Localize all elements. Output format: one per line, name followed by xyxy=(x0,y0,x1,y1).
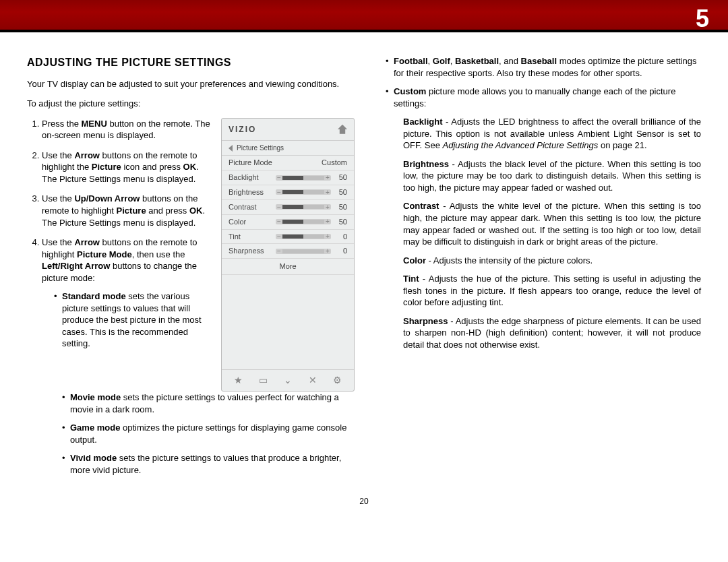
mode-sublist-bottom: Movie mode sets the picture settings to … xyxy=(27,392,355,476)
osd-panel: VIZIO Picture Settings Picture ModeCusto… xyxy=(221,118,355,392)
intro-text: Your TV display can be adjusted to suit … xyxy=(27,78,355,90)
chapter-header-bar: 5 xyxy=(0,0,728,32)
def-sharpness: Sharpness - Adjusts the edge sharpness o… xyxy=(403,315,701,351)
osd-row-picture-mode[interactable]: Picture ModeCustom xyxy=(222,156,354,170)
step-2: Use the Arrow buttons on the remote to h… xyxy=(42,150,212,185)
mode-vivid: Vivid mode sets the picture settings to … xyxy=(62,452,355,476)
section-heading: Adjusting the Picture Settings xyxy=(27,55,355,70)
step-1: Press the MENU button on the remote. The… xyxy=(42,118,212,142)
page-body: Adjusting the Picture Settings Your TV d… xyxy=(0,32,728,496)
def-brightness: Brightness - Adjusts the black level of … xyxy=(403,158,701,194)
back-icon[interactable] xyxy=(229,145,233,152)
def-color: Color - Adjusts the intensity of the pic… xyxy=(403,255,701,267)
osd-footer: ★▭⌄✕⚙ xyxy=(222,369,354,391)
mode-sports: Football, Golf, Basketball, and Baseball… xyxy=(386,55,701,79)
osd-brand: VIZIO xyxy=(229,124,256,135)
lead-text: To adjust the picture settings: xyxy=(27,98,355,110)
osd-footer-icon-4[interactable]: ⚙ xyxy=(333,374,342,387)
osd-row-contrast[interactable]: Contrast−+50 xyxy=(222,200,354,215)
def-tint: Tint - Adjusts the hue of the picture. T… xyxy=(403,273,701,309)
osd-row-brightness[interactable]: Brightness−+50 xyxy=(222,185,354,200)
left-column: Adjusting the Picture Settings Your TV d… xyxy=(27,55,355,482)
def-contrast: Contrast - Adjusts the white level of th… xyxy=(403,200,701,247)
step-3: Use the Up/Down Arrow buttons on the rem… xyxy=(42,193,212,228)
osd-footer-icon-3[interactable]: ✕ xyxy=(309,374,317,387)
mode-game: Game mode optimizes the picture settings… xyxy=(62,422,355,445)
modes-right: Football, Golf, Basketball, and Baseball… xyxy=(373,55,701,350)
right-column: Football, Golf, Basketball, and Baseball… xyxy=(373,55,701,482)
osd-more[interactable]: More xyxy=(222,259,354,275)
osd-row-backlight[interactable]: Backlight−+50 xyxy=(222,170,354,185)
home-icon[interactable] xyxy=(338,125,347,134)
osd-breadcrumb[interactable]: Picture Settings xyxy=(222,140,354,156)
osd-footer-icon-0[interactable]: ★ xyxy=(234,374,243,387)
step-4: Use the Arrow buttons on the remote to h… xyxy=(42,237,212,350)
osd-row-tint[interactable]: Tint−+0 xyxy=(222,230,354,245)
def-backlight: Backlight - Adjusts the LED brightness t… xyxy=(403,116,701,152)
page-number: 20 xyxy=(0,496,728,507)
osd-row-color[interactable]: Color−+50 xyxy=(222,215,354,230)
mode-standard: Standard mode sets the various picture s… xyxy=(54,290,212,350)
osd-footer-icon-2[interactable]: ⌄ xyxy=(284,374,292,387)
mode-custom: Custom picture mode allows you to manual… xyxy=(386,86,701,350)
chapter-number: 5 xyxy=(696,3,709,36)
mode-movie: Movie mode sets the picture settings to … xyxy=(62,392,355,415)
mode-sublist-top: Standard mode sets the various picture s… xyxy=(42,290,212,350)
steps-list: Press the MENU button on the remote. The… xyxy=(27,118,212,350)
osd-footer-icon-1[interactable]: ▭ xyxy=(259,374,268,387)
osd-row-sharpness[interactable]: Sharpness−+0 xyxy=(222,244,354,259)
